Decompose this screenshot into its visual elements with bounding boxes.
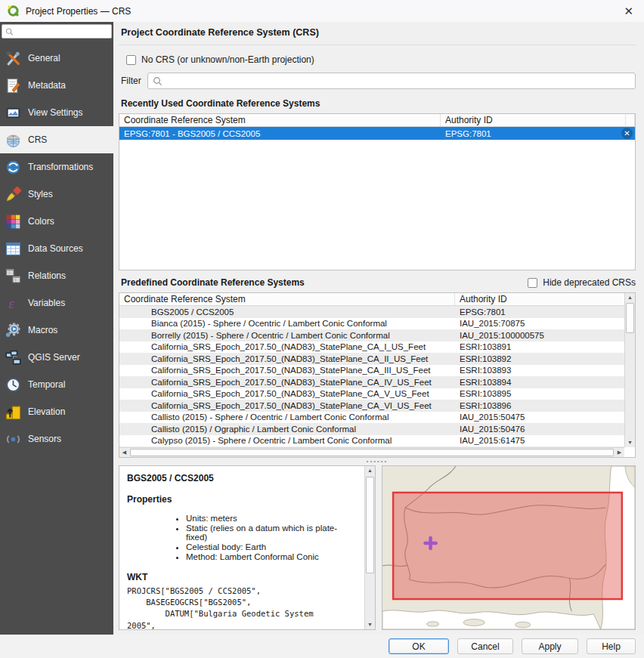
sidebar-item-metadata[interactable]: Metadata (0, 72, 113, 99)
elevation-icon (5, 404, 21, 420)
table-row[interactable]: California_SRS_Epoch_2017.50_(NAD83)_Sta… (119, 400, 624, 412)
remove-recent-crs-icon[interactable]: ✕ (621, 128, 633, 139)
wkt-text: PROJCRS["BGS2005 / CCS2005", BASEGEOGCRS… (127, 585, 357, 630)
property-item: Units: meters (186, 514, 357, 523)
scroll-down-icon[interactable]: ▼ (625, 438, 635, 447)
search-icon (153, 76, 163, 86)
column-header-crs[interactable]: Coordinate Reference System (119, 293, 455, 305)
table-icon (5, 241, 21, 257)
sidebar-item-colors[interactable]: Colors (0, 208, 113, 235)
recent-crs-table: Coordinate Reference System Authority ID… (119, 113, 636, 270)
sidebar-item-relations[interactable]: Relations (0, 262, 113, 289)
sensors-icon (5, 431, 21, 447)
crs-extent-map (382, 465, 636, 630)
table-row[interactable]: BGS2005 / CCS2005EPSG:7801 (119, 306, 624, 318)
sidebar-item-label: Elevation (28, 406, 65, 417)
table-row[interactable]: Callisto (2015) - Sphere / Ocentric / La… (119, 412, 624, 424)
cancel-button[interactable]: Cancel (457, 638, 513, 654)
table-row[interactable]: California_SRS_Epoch_2017.50_(NAD83)_Sta… (119, 341, 624, 354)
recent-crs-name: EPSG:7801 - BGS2005 / CCS2005 (119, 129, 441, 138)
panel-splitter-handle[interactable]: •••••• (119, 458, 636, 465)
table-row[interactable]: Calypso (2015) - Sphere / Ocentric / Lam… (119, 435, 624, 447)
clock-icon (5, 377, 21, 393)
sidebar-item-macros[interactable]: Macros (0, 317, 113, 344)
filter-search-box[interactable] (147, 73, 636, 89)
sidebar-item-data-sources[interactable]: Data Sources (0, 235, 113, 262)
svg-text:ε: ε (8, 295, 14, 311)
no-crs-checkbox[interactable] (126, 55, 136, 65)
scroll-right-icon[interactable]: ▶ (615, 449, 624, 456)
filter-input[interactable] (166, 76, 630, 86)
property-item: Celestial body: Earth (186, 542, 357, 551)
sidebar-item-label: General (28, 53, 60, 63)
title-divider (119, 45, 636, 45)
sidebar-item-styles[interactable]: Styles (0, 181, 113, 208)
paintbrush-icon (5, 187, 21, 202)
recent-table-header: Coordinate Reference System Authority ID (119, 114, 635, 127)
transformations-icon (5, 159, 21, 175)
vertical-scrollbar[interactable]: ▲ ▼ (624, 293, 635, 447)
sidebar-search-input[interactable] (14, 27, 108, 36)
sidebar-search-box[interactable] (2, 24, 112, 39)
sidebar-item-view-settings[interactable]: View Settings (0, 99, 113, 126)
sidebar-item-general[interactable]: General (0, 45, 113, 72)
globe-icon (5, 132, 21, 148)
apply-button[interactable]: Apply (522, 638, 578, 654)
sidebar-item-variables[interactable]: ε Variables (0, 289, 113, 317)
ok-button[interactable]: OK (389, 638, 449, 654)
crs-details-panel: BGS2005 / CCS2005 Properties Units: mete… (119, 465, 376, 630)
crs-details-title: BGS2005 / CCS2005 (127, 473, 357, 483)
predefined-crs-table: Coordinate Reference System Authority ID… (119, 292, 636, 458)
relations-icon (5, 268, 21, 284)
scroll-up-icon[interactable]: ▲ (365, 466, 375, 475)
sidebar-item-label: View Settings (28, 107, 83, 118)
tools-icon (5, 51, 21, 66)
sidebar-item-crs[interactable]: CRS (0, 126, 113, 153)
color-grid-icon (5, 214, 21, 230)
table-row[interactable]: California_SRS_Epoch_2017.50_(NAD83)_Sta… (119, 365, 624, 377)
properties-heading: Properties (127, 494, 357, 505)
scrollbar-thumb[interactable] (130, 449, 614, 456)
table-row[interactable]: California_SRS_Epoch_2017.50_(NAD83)_Sta… (119, 376, 624, 388)
column-header-authority[interactable]: Authority ID (455, 293, 624, 305)
predefined-crs-heading: Predefined Coordinate Reference Systems (119, 277, 305, 288)
horizontal-scrollbar[interactable]: ◀ ▶ (119, 447, 624, 457)
sidebar-item-elevation[interactable]: Elevation (0, 398, 113, 425)
help-button[interactable]: Help (587, 638, 636, 654)
epsilon-icon: ε (5, 295, 21, 311)
details-vertical-scrollbar[interactable]: ▲ ▼ (364, 466, 375, 629)
scroll-up-icon[interactable]: ▲ (625, 293, 635, 302)
sidebar: General Metadata View Settings (0, 22, 113, 635)
recent-crs-authority: EPSG:7801 (441, 129, 621, 138)
sidebar-item-label: Temporal (28, 379, 65, 390)
dialog-button-bar: OK Cancel Apply Help (0, 635, 644, 658)
column-header-remove (626, 114, 635, 126)
column-header-crs[interactable]: Coordinate Reference System (119, 114, 441, 126)
scroll-left-icon[interactable]: ◀ (119, 449, 129, 456)
column-header-authority[interactable]: Authority ID (441, 114, 626, 126)
wkt-heading: WKT (127, 572, 357, 582)
property-item: Static (relies on a datum which is plate… (186, 524, 357, 542)
table-row[interactable]: Callisto (2015) / Ographic / Lambert Con… (119, 423, 624, 435)
table-row[interactable]: Borrelly (2015) - Sphere / Ocentric / La… (119, 329, 624, 341)
table-row[interactable]: Bianca (2015) - Sphere / Ocentric / Lamb… (119, 318, 624, 330)
recent-crs-row-selected[interactable]: EPSG:7801 - BGS2005 / CCS2005 EPSG:7801 … (119, 127, 635, 140)
scrollbar-thumb[interactable] (626, 303, 634, 333)
scroll-down-icon[interactable]: ▼ (365, 620, 375, 629)
sidebar-item-temporal[interactable]: Temporal (0, 371, 113, 398)
sidebar-item-label: QGIS Server (28, 352, 80, 363)
sidebar-item-transformations[interactable]: Transformations (0, 153, 113, 181)
sidebar-item-label: Variables (28, 298, 65, 308)
table-row[interactable]: California_SRS_Epoch_2017.50_(NAD83)_Sta… (119, 353, 624, 365)
table-row[interactable]: California_SRS_Epoch_2017.50_(NAD83)_Sta… (119, 388, 624, 400)
hide-deprecated-label: Hide deprecated CRSs (543, 277, 636, 288)
sidebar-item-sensors[interactable]: Sensors (0, 425, 113, 453)
sidebar-item-label: Colors (28, 216, 54, 227)
close-icon[interactable]: ✕ (622, 5, 635, 18)
filter-label: Filter (119, 76, 141, 86)
sidebar-item-qgis-server[interactable]: QGIS Server (0, 344, 113, 371)
scrollbar-thumb[interactable] (366, 477, 374, 573)
sidebar-item-label: Styles (28, 189, 53, 199)
view-settings-icon (5, 105, 21, 121)
hide-deprecated-checkbox[interactable] (528, 278, 537, 288)
